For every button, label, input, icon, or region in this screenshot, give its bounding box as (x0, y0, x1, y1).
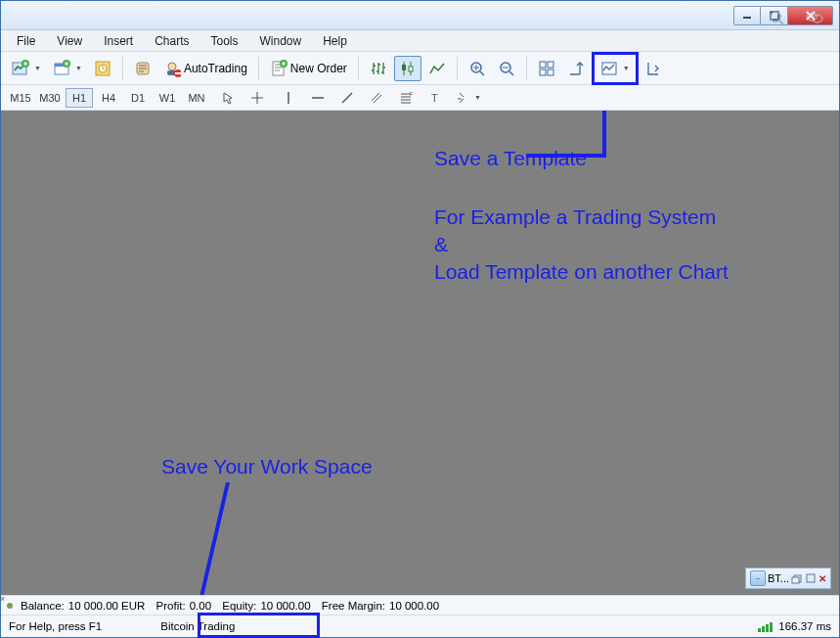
toolbar-right-group (763, 5, 829, 30)
tf-d1[interactable]: D1 (124, 88, 152, 108)
menu-bar: File View Insert Charts Tools Window Hel… (1, 30, 839, 52)
menu-view[interactable]: View (49, 32, 90, 50)
minimize-button[interactable] (733, 6, 761, 25)
navigator-button[interactable] (129, 56, 156, 81)
annotation-example2: Load Template on another Chart (434, 258, 729, 286)
svg-rect-32 (807, 574, 815, 582)
autotrading-icon (163, 60, 181, 77)
search-icon (768, 9, 785, 26)
profiles-icon (53, 60, 70, 77)
candlestick-button[interactable] (394, 56, 421, 81)
app-window: File View Insert Charts Tools Window Hel… (0, 0, 840, 638)
annotation-amp: & (434, 231, 448, 258)
minimize-icon (742, 11, 752, 21)
menu-window[interactable]: Window (252, 32, 310, 50)
restore-icon[interactable] (791, 572, 803, 584)
chart-shift-button[interactable] (641, 56, 668, 81)
text-button[interactable]: T (421, 88, 449, 108)
annotation-save-workspace: Save Your Work Space (161, 453, 373, 480)
equidistant-channel-button[interactable] (363, 88, 390, 108)
svg-rect-16 (402, 65, 406, 70)
menu-help[interactable]: Help (315, 32, 355, 50)
tf-m15[interactable]: M15 (7, 88, 34, 108)
tf-m30[interactable]: M30 (36, 88, 64, 108)
new-chart-icon (12, 60, 29, 77)
cursor-button[interactable] (214, 88, 242, 108)
svg-rect-23 (548, 69, 553, 75)
help-hint: For Help, press F1 (9, 620, 102, 632)
text-icon: T (428, 91, 442, 105)
profit-value: 0.00 (190, 600, 211, 612)
annotation-example1: For Example a Trading System (434, 204, 716, 231)
dropdown-icon: ▼ (75, 65, 82, 71)
dropdown-icon: ▼ (623, 65, 630, 71)
main-toolbar: ▼ ▼ AutoTrading New Order (1, 52, 839, 85)
trendline-button[interactable] (333, 88, 361, 108)
menu-file[interactable]: File (9, 32, 43, 50)
market-watch-icon (94, 60, 111, 77)
balance-label: Balance: (21, 600, 65, 612)
bar-chart-icon (370, 60, 387, 77)
tf-h4[interactable]: H4 (95, 88, 122, 108)
vertical-line-button[interactable] (275, 88, 302, 108)
svg-rect-31 (792, 577, 799, 583)
objects-button[interactable]: ▼ (451, 88, 486, 108)
chart-shift-icon (645, 60, 663, 77)
crosshair-icon (250, 91, 264, 105)
menu-insert[interactable]: Insert (96, 32, 141, 50)
chart-workspace[interactable]: Save a Template For Example a Trading Sy… (1, 111, 839, 595)
menu-tools[interactable]: Tools (203, 32, 246, 50)
menu-charts[interactable]: Charts (147, 32, 197, 50)
tf-w1[interactable]: W1 (154, 88, 181, 108)
autotrading-label: AutoTrading (184, 62, 247, 75)
dropdown-icon: ▼ (34, 65, 41, 71)
close-panel-icon[interactable]: × (0, 595, 5, 604)
svg-rect-0 (743, 17, 751, 19)
freemargin-label: Free Margin: (322, 600, 385, 612)
equity-label: Equity: (222, 600, 256, 612)
tile-windows-button[interactable] (533, 56, 560, 81)
tf-mn[interactable]: MN (183, 88, 210, 108)
profiles-button[interactable]: ▼ (48, 56, 87, 81)
horizontal-line-button[interactable] (304, 88, 332, 108)
zoom-out-button[interactable] (493, 56, 520, 81)
svg-text:T: T (431, 92, 438, 104)
svg-rect-21 (548, 62, 553, 68)
new-order-icon (270, 60, 287, 77)
trendline-icon (340, 91, 354, 105)
zoom-in-button[interactable] (464, 56, 491, 81)
svg-text:F: F (410, 91, 413, 97)
template-button[interactable]: ▼ (596, 56, 635, 81)
tf-h1[interactable]: H1 (66, 88, 93, 108)
svg-rect-13 (175, 72, 181, 74)
market-watch-button[interactable] (89, 56, 116, 81)
svg-point-27 (813, 15, 822, 23)
template-icon (600, 60, 618, 77)
minimized-chart-tab[interactable]: ~ BT... ✕ (745, 568, 831, 589)
svg-point-10 (168, 63, 176, 70)
annotation-connector (199, 482, 230, 595)
workspace-name-highlight (198, 613, 320, 638)
chart-window-icon: ~ (750, 570, 766, 586)
maximize-icon[interactable] (805, 572, 817, 584)
svg-rect-17 (409, 67, 413, 71)
channel-icon (370, 91, 383, 105)
template-button-highlight: ▼ (592, 52, 639, 85)
svg-point-25 (771, 12, 780, 22)
auto-scroll-icon (567, 60, 585, 77)
separator (457, 57, 458, 80)
bottom-right-group: 166.37 ms (758, 620, 831, 632)
search-button[interactable] (763, 5, 790, 30)
freemargin-value: 10 000.00 (389, 600, 439, 612)
autotrading-button[interactable]: AutoTrading (158, 56, 252, 81)
close-chart-icon[interactable]: ✕ (818, 573, 826, 584)
bar-chart-button[interactable] (365, 56, 392, 81)
separator (358, 57, 359, 80)
auto-scroll-button[interactable] (562, 56, 590, 81)
fibonacci-button[interactable]: F (392, 88, 420, 108)
new-chart-button[interactable]: ▼ (7, 56, 46, 81)
chat-button[interactable] (800, 5, 829, 30)
crosshair-button[interactable] (243, 88, 271, 108)
new-order-button[interactable]: New Order (265, 56, 352, 81)
line-chart-button[interactable] (423, 56, 451, 81)
